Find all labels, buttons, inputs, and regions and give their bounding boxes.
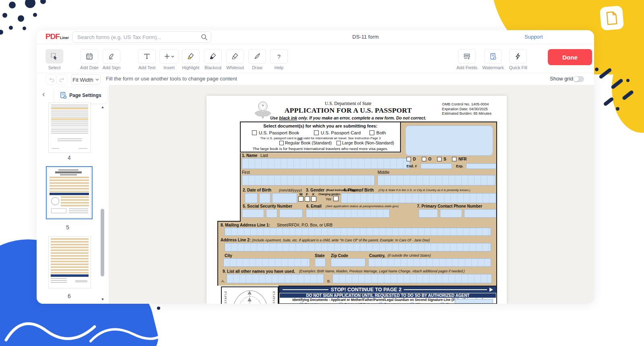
- document-title: DS-11 form: [333, 34, 398, 40]
- ssn-field-3[interactable]: [279, 209, 303, 218]
- mailing-address-2-field[interactable]: [225, 243, 491, 251]
- endorsement-d-checkbox[interactable]: [407, 157, 411, 161]
- zip-field[interactable]: [331, 258, 365, 267]
- scroll-down-arrow[interactable]: ▼: [99, 297, 106, 301]
- stop-banner: STOP! CONTINUE TO PAGE 2 DO NOT SIGN APP…: [279, 286, 497, 304]
- support-link[interactable]: Support: [524, 34, 543, 40]
- pdfliner-logo[interactable]: PDFLiner: [45, 33, 69, 42]
- place-of-birth-field[interactable]: [341, 193, 496, 203]
- country-label: Country,: [369, 253, 385, 258]
- page-thumbnail-6[interactable]: [48, 236, 91, 288]
- other-name-b-field[interactable]: [332, 274, 492, 283]
- first-name-field[interactable]: [242, 175, 375, 185]
- tool-add-text[interactable]: Add Text: [138, 49, 156, 72]
- tool-watermark[interactable]: Watermark: [484, 49, 502, 72]
- country-note: (if outside the United States): [388, 253, 431, 257]
- q9-note: (Examples: Birth Name, Maiden, Previous …: [299, 269, 465, 273]
- q1-label: 1. Name: [242, 153, 257, 158]
- other-name-a-field[interactable]: [227, 274, 324, 283]
- ssn-field-1[interactable]: [242, 209, 264, 218]
- sidebar-collapse-button[interactable]: ‹: [42, 90, 45, 98]
- military-id-checkbox[interactable]: [411, 303, 414, 304]
- mailing-address-1-field[interactable]: [225, 228, 491, 236]
- other-id-checkbox[interactable]: [441, 303, 444, 304]
- scroll-up-arrow[interactable]: ▲: [99, 105, 106, 109]
- country-field[interactable]: [368, 258, 491, 267]
- middle-name-field[interactable]: [378, 175, 495, 185]
- tool-draw[interactable]: Draw: [248, 49, 266, 72]
- tool-quick-fill[interactable]: Quick Fill: [509, 49, 527, 72]
- email-field[interactable]: [306, 209, 390, 218]
- passport-card-checkbox[interactable]: [314, 130, 319, 135]
- tool-whiteout[interactable]: Whiteout: [226, 49, 244, 72]
- tool-highlight[interactable]: Highlight: [182, 49, 200, 72]
- show-grid-toggle[interactable]: [573, 76, 584, 82]
- state-label: State: [315, 253, 324, 258]
- tool-help[interactable]: ? Help: [270, 49, 288, 72]
- end-number-field[interactable]: [421, 163, 452, 169]
- both-label: Both: [376, 130, 386, 135]
- page-number-4: 4: [48, 154, 90, 161]
- add-fields-icon: [463, 52, 471, 60]
- select-cursor-icon: [50, 52, 58, 60]
- search-input[interactable]: [72, 31, 211, 43]
- undo-button[interactable]: [45, 74, 56, 85]
- tool-add-sign[interactable]: Add Sign: [103, 49, 120, 72]
- exp-field[interactable]: [466, 163, 496, 169]
- regular-book-label: Regular Book (Standard): [285, 140, 332, 145]
- tool-insert[interactable]: Insert: [159, 49, 179, 72]
- form-step-border: [217, 221, 241, 222]
- gender-x-checkbox[interactable]: [311, 196, 316, 202]
- state-field[interactable]: [315, 258, 326, 267]
- endorsement-nfr-checkbox[interactable]: [452, 157, 456, 161]
- phone-field-3[interactable]: [464, 209, 496, 218]
- zoom-mode-select[interactable]: Fit Width: [71, 74, 101, 85]
- state-id-checkbox[interactable]: [339, 303, 343, 304]
- page-thumbnail-4[interactable]: [48, 103, 91, 153]
- q6-label: 6. Email: [306, 204, 322, 208]
- passport-book-checkbox[interactable]: [252, 130, 257, 135]
- q9-label: 9. List all other names you have used.: [223, 269, 295, 274]
- tool-add-fields[interactable]: Add Fields: [458, 49, 476, 72]
- passport-id-checkbox[interactable]: [379, 303, 382, 304]
- regular-book-checkbox[interactable]: [279, 141, 284, 145]
- endorsement-s-checkbox[interactable]: [437, 157, 442, 161]
- scrollbar-thumb[interactable]: [101, 209, 104, 276]
- ssn-field-2[interactable]: [266, 209, 277, 218]
- arrow-right-icon: [489, 288, 493, 292]
- gender-yes-checkbox[interactable]: [333, 196, 339, 201]
- pages-sidebar: ‹ Page Settings 4: [37, 85, 109, 304]
- drivers-license-checkbox[interactable]: [300, 303, 303, 304]
- whiteout-icon: [231, 52, 239, 60]
- page-settings-button[interactable]: Page Settings: [54, 87, 107, 103]
- redo-button[interactable]: [57, 74, 68, 85]
- tool-add-date[interactable]: Add Date: [80, 49, 98, 72]
- last-name-field[interactable]: [242, 158, 410, 169]
- barcode-field[interactable]: [405, 126, 493, 156]
- endorsement-o-checkbox[interactable]: [422, 157, 426, 161]
- city-field[interactable]: [223, 258, 310, 267]
- large-book-checkbox[interactable]: [336, 141, 341, 145]
- gender-f-checkbox[interactable]: [305, 196, 310, 202]
- tool-select[interactable]: Select: [45, 49, 63, 72]
- passport-card-label: U.S. Passport Card: [321, 130, 361, 135]
- other-id-field[interactable]: [455, 299, 493, 304]
- dob-year-field[interactable]: [272, 193, 297, 203]
- gender-m-checkbox[interactable]: [298, 196, 303, 202]
- done-button[interactable]: Done: [548, 49, 592, 65]
- white-squiggle: [0, 306, 173, 346]
- zip-label: Zip Code: [331, 253, 348, 258]
- navy-dot: [18, 15, 24, 22]
- both-checkbox[interactable]: [369, 130, 374, 135]
- navy-dot: [40, 0, 46, 4]
- page-thumbnail-5-selected[interactable]: [46, 166, 93, 219]
- q3-label: 3. Gender: [306, 188, 324, 192]
- gender-yes-label: Yes: [326, 197, 331, 201]
- dob-month-field[interactable]: [245, 193, 258, 203]
- tool-blackout[interactable]: Blackout: [204, 49, 222, 72]
- phone-field-2[interactable]: [440, 209, 462, 218]
- phone-field-1[interactable]: [419, 209, 438, 218]
- q1-last-label: Last: [260, 153, 268, 158]
- undo-icon: [48, 76, 54, 83]
- dob-day-field[interactable]: [259, 193, 270, 203]
